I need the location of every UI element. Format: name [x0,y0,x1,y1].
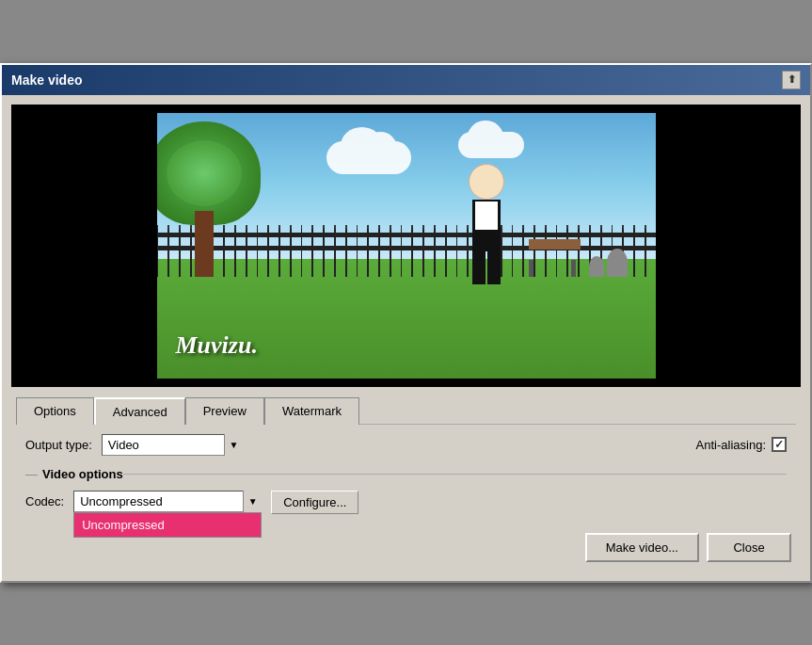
muvizu-logo: Muvizu. [176,331,258,360]
make-video-dialog: Make video ⬆ [0,63,812,583]
tombstone-1 [607,249,628,277]
tree-trunk [195,211,214,277]
tab-advanced[interactable]: Advanced [94,397,185,425]
tombstone-2 [589,256,604,277]
anti-aliasing-checkbox[interactable]: ✓ [772,437,787,452]
character [458,164,515,277]
codec-row: Codec: Uncompressed ▼ Uncompressed [25,491,787,514]
bench-seat [529,244,581,250]
codec-select-wrapper: Uncompressed ▼ [73,491,262,512]
close-button[interactable]: Close [707,533,791,562]
video-options-section: — Video options Codec: Uncompressed ▼ [25,467,787,514]
codec-select-container: Uncompressed ▼ Uncompressed [73,491,262,512]
codec-label: Codec: [25,491,64,508]
output-left: Output type: Video ▼ [25,434,243,456]
anti-aliasing-row: Anti-aliasing: ✓ [696,437,787,452]
cloud-2 [458,132,524,158]
tab-preview[interactable]: Preview [185,397,264,425]
bench-leg-right [571,260,576,277]
configure-button[interactable]: Configure... [271,491,358,514]
tree [195,211,214,277]
title-bar: Make video ⬆ [2,65,810,95]
output-type-select[interactable]: Video [102,434,243,456]
tree-foliage [157,121,261,225]
codec-select[interactable]: Uncompressed [73,491,262,512]
options-area: Output type: Video ▼ Anti-aliasing: ✓ [11,425,801,524]
char-shirt [475,202,498,230]
codec-dropdown-item[interactable]: Uncompressed [74,513,261,537]
output-type-label: Output type: [25,438,92,452]
output-type-row: Output type: Video ▼ Anti-aliasing: ✓ [25,434,787,456]
char-body [472,200,501,251]
section-dash: — [25,467,38,481]
video-options-label: Video options [42,467,123,481]
tab-options[interactable]: Options [16,397,94,425]
fence-posts [157,225,656,277]
video-preview: Muvizu. [11,105,801,387]
make-video-button[interactable]: Make video... [585,533,699,562]
char-head [469,164,504,200]
bench [529,239,581,277]
bench-leg-left [529,260,533,277]
dialog-body: Muvizu. Options Advanced Preview Waterma… [2,95,810,581]
cloud-1 [326,141,411,174]
fence [157,225,656,277]
dialog-title: Make video [11,73,82,88]
checkbox-check-icon: ✓ [774,438,784,451]
char-legs [472,251,501,284]
title-bar-icon[interactable]: ⬆ [782,71,801,89]
anti-aliasing-label: Anti-aliasing: [696,438,766,452]
section-line-after [123,474,787,475]
codec-dropdown[interactable]: Uncompressed [73,512,262,538]
output-type-select-wrapper: Video ▼ [102,434,243,456]
tabs-row: Options Advanced Preview Watermark [11,396,801,424]
video-scene: Muvizu. [157,113,656,379]
video-options-header: — Video options [25,467,787,481]
tab-watermark[interactable]: Watermark [264,397,359,425]
